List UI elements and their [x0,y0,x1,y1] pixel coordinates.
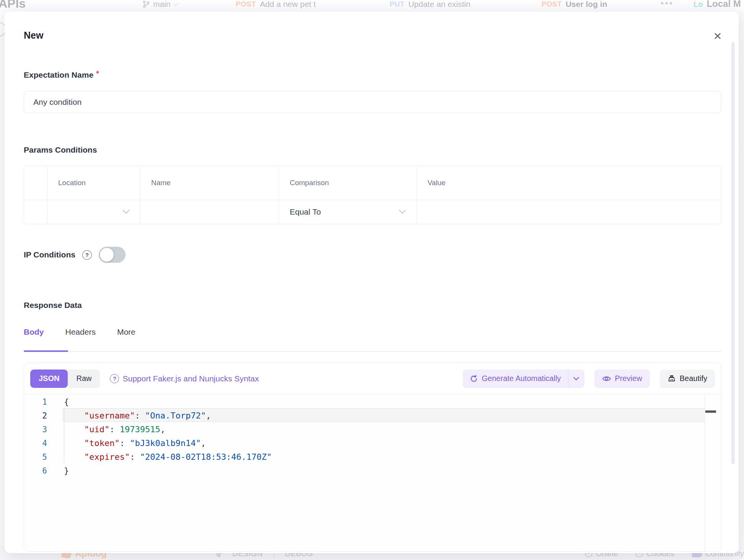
preview-label: Preview [615,374,642,383]
generate-automatically-button: Generate Automatically [463,370,584,388]
code-line: 4 "token": "bJ3k0alb9n14", [24,436,721,450]
response-tabs: Body Headers More [24,327,135,337]
code-text: } [64,464,69,478]
line-number: 4 [24,436,47,450]
handle-column-header [24,166,47,200]
faker-syntax-link[interactable]: ? Support Faker.js and Nunjucks Syntax [110,374,259,383]
dialog-title: New [24,30,43,41]
code-text: { [64,395,69,409]
column-header-location: Location [47,166,140,200]
expectation-name-input[interactable] [24,91,721,113]
beautify-label: Beautify [680,374,707,383]
generate-options-button[interactable] [568,370,584,388]
code-text: "username": "Ona.Torp72", [64,409,211,423]
json-mode-button[interactable]: JSON [30,370,68,388]
eye-icon [602,375,611,382]
expectation-name-label: Expectation Name * [24,70,99,80]
code-line: 3 "uid": 19739515, [24,423,721,436]
location-select[interactable] [47,200,140,224]
ip-conditions-label: IP Conditions [24,250,75,259]
name-input-cell[interactable] [140,200,279,224]
beautify-button[interactable]: Beautify [660,370,715,388]
row-handle-cell [24,200,47,224]
refresh-icon [470,374,478,383]
table-row: Equal To [24,200,721,224]
line-number: 6 [24,464,47,478]
ip-conditions-toggle[interactable] [99,247,126,263]
column-header-value: Value [416,166,721,200]
modal-scrollbar-thumb[interactable] [731,42,735,464]
chevron-down-icon [573,374,579,381]
line-number: 1 [24,395,47,409]
json-code-editor[interactable]: 1 { 2 "username": "Ona.Torp72", 3 "uid":… [24,394,721,551]
chevron-down-icon [122,207,129,213]
help-icon[interactable]: ? [82,250,92,260]
editor-toolbar: JSON Raw ? Support Faker.js and Nunjucks… [24,363,721,394]
code-lines: 1 { 2 "username": "Ona.Torp72", 3 "uid":… [24,394,721,478]
label-text: Expectation Name [24,70,93,80]
value-input-cell[interactable] [416,200,721,224]
column-header-name: Name [140,166,279,200]
required-mark: * [96,69,99,78]
column-header-comparison: Comparison [279,166,416,200]
code-text: "token": "bJ3k0alb9n14", [64,436,206,450]
line-number: 5 [24,450,47,464]
comparison-select[interactable]: Equal To [279,200,416,224]
code-line: 2 "username": "Ona.Torp72", [24,409,721,423]
new-expectation-dialog: New ✕ Expectation Name * Params Conditio… [5,11,739,553]
table-header-row: Location Name Comparison Value [24,166,721,200]
raw-mode-button[interactable]: Raw [68,370,100,388]
ip-conditions-row: IP Conditions ? [24,246,126,264]
tab-more[interactable]: More [117,327,135,337]
code-line: 5 "expires": "2024-08-02T18:53:46.170Z" [24,450,721,464]
comparison-value: Equal To [290,207,321,217]
line-number: 2 [24,409,47,423]
params-conditions-heading: Params Conditions [24,145,97,155]
code-line: 1 { [24,395,721,409]
chevron-down-icon [399,207,406,213]
body-editor-panel: JSON Raw ? Support Faker.js and Nunjucks… [24,363,721,552]
tabs-divider [24,351,721,352]
faker-link-label: Support Faker.js and Nunjucks Syntax [122,374,259,383]
help-circle-icon: ? [110,374,119,383]
generate-main[interactable]: Generate Automatically [463,370,568,388]
line-number: 3 [24,423,47,436]
broom-icon [667,374,676,383]
close-icon[interactable]: ✕ [711,30,724,43]
tab-body[interactable]: Body [24,327,44,337]
code-line: 6 } [24,464,721,478]
generate-label: Generate Automatically [482,374,561,383]
response-data-heading: Response Data [24,301,82,310]
tab-headers[interactable]: Headers [65,327,96,337]
params-conditions-table: Location Name Comparison Value Equal To [24,166,721,224]
code-text: "uid": 19739515, [64,423,165,436]
code-text: "expires": "2024-08-02T18:53:46.170Z" [64,450,272,464]
preview-button[interactable]: Preview [594,370,650,388]
active-tab-underline [24,350,68,352]
body-format-switch: JSON Raw [30,370,100,388]
toggle-knob [100,248,114,262]
